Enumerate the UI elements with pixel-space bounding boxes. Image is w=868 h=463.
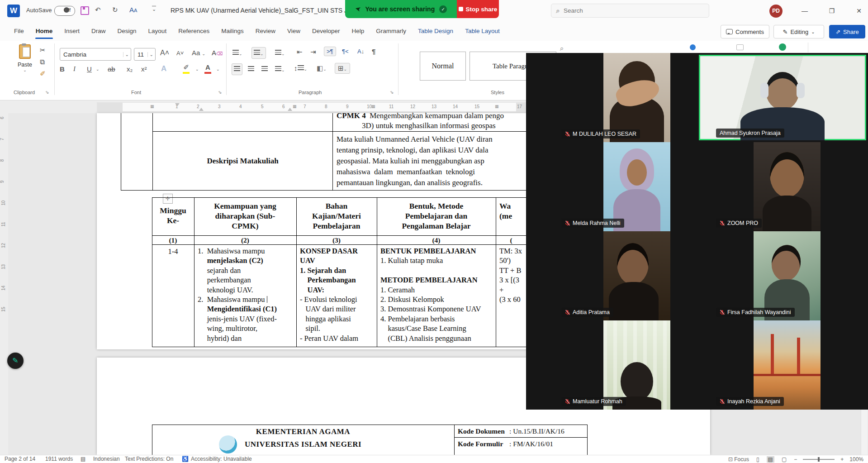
word-count[interactable]: 1911 words [45,456,73,462]
increase-indent-button[interactable]: ⇥ [310,48,316,56]
editing-mode-button[interactable]: ✎Editing ⌄ [773,25,824,38]
italic-button[interactable]: I [73,65,76,73]
sort-button[interactable]: A↓ [357,48,364,55]
search-input[interactable] [563,7,682,14]
indent-marker[interactable] [288,108,292,111]
accessibility-status[interactable]: Accessibility: Unavailable [191,456,252,462]
participant-tile[interactable]: ZOOM PRO [697,142,868,231]
participant-tile-active-speaker[interactable]: Ahmad Syukron Prasaja [697,53,868,142]
numbering-button[interactable]: ⌄ [251,47,266,59]
strikethrough-button[interactable]: ab [108,65,115,73]
justify-button[interactable]: ⌄ [275,65,285,73]
tab-mailings[interactable]: Mailings [215,22,250,41]
redo-button[interactable]: ↻ [112,6,118,14]
table-column-marker[interactable]: ▦ [495,104,499,109]
show-marks-button[interactable]: ¶ [372,48,375,55]
tab-insert[interactable]: Insert [58,22,85,41]
font-color-button[interactable]: A [204,63,211,74]
tab-grammarly[interactable]: Grammarly [370,22,412,41]
language-indicator[interactable]: Indonesian [93,456,120,462]
format-painter-button[interactable]: ✐ [40,70,46,78]
rtl-direction-button[interactable]: ¶< [342,48,349,55]
print-layout-icon[interactable]: ▤ [767,456,774,463]
participant-tile[interactable]: M DULILAH LEO SESAR [526,53,697,142]
clipboard-dialog-launcher[interactable]: ⇘ [45,90,49,95]
ltr-direction-button[interactable]: >¶ [324,47,336,56]
participant-tile[interactable]: Inayah Rezkia Anjani [697,320,868,410]
align-right-button[interactable] [261,65,268,73]
zoom-slider-thumb[interactable] [818,457,820,462]
participant-tile[interactable]: Firsa Fadhilah Wayandini [697,231,868,320]
find-icon[interactable]: ⌕ [560,44,564,53]
highlight-button[interactable]: ✐ [183,63,190,74]
restore-button[interactable]: ❐ [825,5,839,16]
font-name-combo[interactable]: Cambria⌄ [60,48,131,61]
tab-developer[interactable]: Developer [306,22,346,41]
minimize-button[interactable]: — [798,5,811,16]
table-column-marker[interactable]: ▦ [371,104,375,109]
line-spacing-button[interactable]: ↕⌄ [294,64,307,72]
vertical-scrollbar[interactable] [861,410,868,455]
undo-button[interactable]: ↶ [95,6,101,14]
tab-table-design[interactable]: Table Design [412,22,459,41]
text-predictions[interactable]: Text Predictions: On [125,456,173,462]
grow-font-button[interactable]: A˄ [160,49,169,57]
zoom-level[interactable]: 100% [849,456,863,463]
autosave-toggle[interactable]: Off [54,6,75,16]
dictate-icon[interactable] [690,44,696,50]
clear-formatting-button[interactable]: A⌫ [212,49,223,57]
tab-review[interactable]: Review [250,22,281,41]
vertical-ruler[interactable]: 67 89 1011 1213 1415 [0,113,8,455]
qat-overflow-icon[interactable]: ⌄ [152,6,156,12]
chevron-down-icon[interactable]: ⌄ [123,52,131,57]
borders-button[interactable]: ⊞⌄ [335,63,350,74]
paste-button[interactable]: Paste ⌄ [11,44,39,72]
comments-button[interactable]: Comments [721,25,769,38]
tab-draw[interactable]: Draw [85,22,112,41]
tab-table-layout[interactable]: Table Layout [459,22,506,41]
align-center-button[interactable] [248,65,254,73]
editor-icon[interactable] [779,43,786,51]
bold-button[interactable]: B [60,65,65,73]
underline-button[interactable]: U [87,65,92,73]
copy-button[interactable]: ⧉ [40,58,45,66]
account-avatar[interactable]: PD [769,5,783,18]
font-dialog-launcher[interactable]: ⇘ [218,90,222,95]
font-color-chevron[interactable]: ⌄ [216,67,220,72]
tab-design[interactable]: Design [112,22,142,41]
font-size-combo[interactable]: 11⌄ [134,48,156,61]
table-column-marker[interactable]: ▦ [150,104,154,109]
zoom-out-button[interactable]: − [794,456,797,463]
participant-tile[interactable]: Mamluatur Rohmah [526,320,697,410]
shrink-font-button[interactable]: A˅ [176,50,184,57]
change-case-button[interactable]: Aa ⌄ [192,49,205,57]
quick-style-icon[interactable]: AA [129,6,137,14]
stop-share-button[interactable]: Stop share [457,0,499,18]
proofing-icon[interactable]: ▤ [81,456,85,462]
superscript-button[interactable]: x² [141,65,147,73]
highlight-chevron[interactable]: ⌄ [195,67,199,72]
style-normal[interactable]: Normal [420,52,466,81]
chevron-down-icon[interactable]: ⌄ [147,52,155,57]
page-indicator[interactable]: Page 2 of 14 [5,456,35,462]
table-column-marker[interactable]: ▦ [293,104,297,109]
participant-tile[interactable]: Melda Rahma Nelli [526,142,697,231]
zoom-slider[interactable] [803,459,835,460]
first-line-indent-marker[interactable] [175,103,180,106]
tab-layout[interactable]: Layout [142,22,173,41]
cut-button[interactable]: ✂ [40,46,46,54]
decrease-indent-button[interactable]: ⇤ [297,48,303,56]
focus-icon[interactable]: ⊡ Focus [728,456,749,463]
subscript-button[interactable]: x₂ [127,65,133,73]
save-icon[interactable] [81,6,89,15]
bullets-button[interactable]: ⌄ [232,49,242,57]
grammarly-button[interactable]: ✎ [7,353,24,369]
participant-tile[interactable]: Aditia Pratama [526,231,697,320]
zoom-in-button[interactable]: + [840,456,844,463]
table-move-handle[interactable]: ✛ [163,194,173,204]
tab-references[interactable]: References [172,22,215,41]
underline-chevron[interactable]: ⌄ [96,67,100,72]
read-mode-icon[interactable]: ▯ [755,456,761,463]
shading-button[interactable]: ◧⌄ [317,64,327,72]
paragraph-dialog-launcher[interactable]: ⇘ [390,90,394,95]
